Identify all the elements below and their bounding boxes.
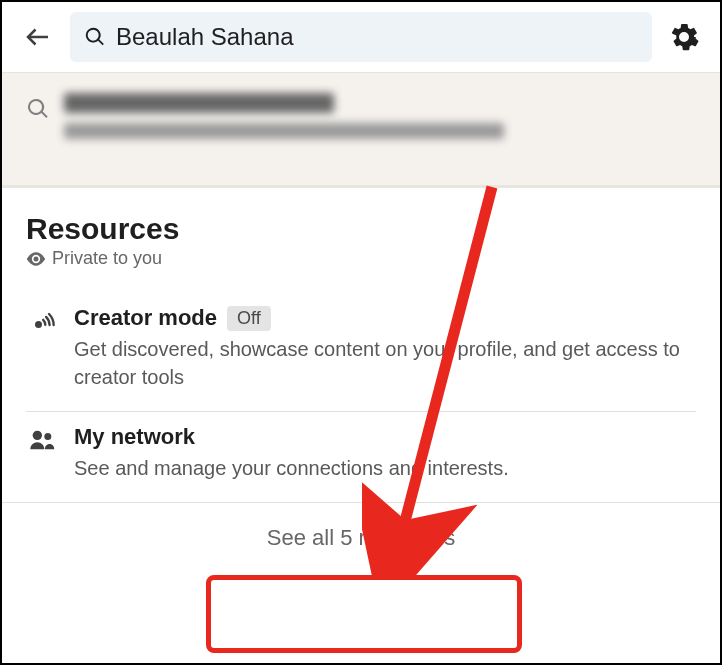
svg-point-3 [44,433,51,440]
resource-item-my-network[interactable]: My network See and manage your connectio… [26,412,696,502]
search-appearances-icon [26,97,50,125]
eye-icon [26,249,46,269]
resource-name: My network [74,424,195,450]
analytics-title-blurred [64,93,334,113]
svg-point-1 [35,321,42,328]
search-input[interactable]: Beaulah Sahana [70,12,652,62]
back-button[interactable] [18,17,58,57]
privacy-label: Private to you [52,248,162,269]
annotation-highlight-box [206,575,522,653]
resource-description: See and manage your connections and inte… [74,454,696,482]
gear-icon [669,22,699,52]
search-icon [84,26,106,48]
see-all-label: See all 5 resources [267,525,455,550]
resources-section: Resources Private to you Creator mode Of… [2,188,720,502]
resource-item-creator-mode[interactable]: Creator mode Off Get discovered, showcas… [26,293,696,412]
people-icon [28,426,56,454]
see-all-resources-button[interactable]: See all 5 resources [2,502,720,573]
arrow-left-icon [23,22,53,52]
antenna-icon [28,307,56,335]
analytics-card[interactable] [2,72,720,188]
svg-point-2 [33,431,42,440]
creator-mode-badge: Off [227,306,271,331]
settings-button[interactable] [664,17,704,57]
app-header: Beaulah Sahana [2,2,720,72]
analytics-subtitle-blurred [64,123,504,139]
resources-heading: Resources [26,212,696,246]
resource-name: Creator mode [74,305,217,331]
resource-description: Get discovered, showcase content on your… [74,335,696,391]
search-value: Beaulah Sahana [116,23,294,51]
privacy-indicator: Private to you [26,248,696,269]
